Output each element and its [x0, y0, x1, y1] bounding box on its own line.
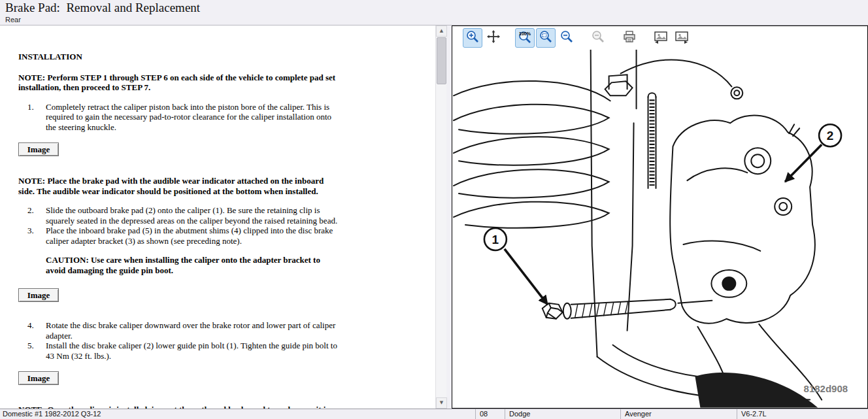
step-list: 1. Completely retract the caliper piston… [18, 102, 340, 133]
procedure-content: INSTALLATION NOTE: Perform STEP 1 throug… [0, 25, 435, 409]
step-text: Slide the outboard brake pad (2) onto th… [42, 205, 340, 226]
page-title: Brake Pad: Removal and Replacement [5, 1, 868, 15]
zoom-fit-button[interactable] [536, 28, 556, 48]
zoom-100-label: 100% [519, 31, 531, 36]
status-make: Dodge [505, 409, 621, 419]
pan-button[interactable] [484, 28, 503, 48]
caution-paragraph: CAUTION: Use care when installing the ca… [46, 255, 340, 275]
zoom-100-button[interactable]: 100% [515, 28, 535, 48]
note-paragraph: NOTE: Place the brake pad with the audib… [18, 176, 340, 196]
main-area: INSTALLATION NOTE: Perform STEP 1 throug… [0, 25, 868, 409]
panel-divider [446, 25, 452, 409]
step-list: 2. Slide the outboard brake pad (2) onto… [18, 205, 340, 246]
callout-1: 1 [484, 228, 548, 305]
list-item: 5. Install the disc brake caliper (2) lo… [18, 341, 340, 361]
vertical-scrollbar[interactable]: ▲ ▼ [435, 25, 446, 409]
status-engine: V6-2.7L [737, 409, 868, 419]
status-bar: Domestic #1 1982-2012 Q3-12 08 Dodge Ave… [0, 409, 868, 419]
zoom-out-button[interactable] [557, 28, 576, 48]
diagram-toolbar: 100% [452, 26, 867, 50]
status-year: 08 [476, 409, 505, 419]
page-subtitle: Rear [5, 16, 868, 24]
list-item: 1. Completely retract the caliper piston… [18, 102, 340, 133]
diagram-panel: 100% [452, 25, 868, 409]
zoom-disabled-button[interactable] [588, 28, 608, 48]
procedure-panel: INSTALLATION NOTE: Perform STEP 1 throug… [0, 25, 446, 409]
brake-caliper-diagram: 1 2 8182d908 [452, 50, 867, 408]
previous-image-icon [653, 29, 669, 46]
list-item: 2. Slide the outboard brake pad (2) onto… [18, 205, 340, 226]
scroll-down-icon[interactable]: ▼ [436, 397, 447, 409]
step-text: Completely retract the caliper piston ba… [42, 102, 340, 133]
image-button[interactable]: Image [18, 288, 59, 302]
print-icon [622, 29, 637, 46]
step-text: Install the disc brake caliper (2) lower… [42, 341, 340, 361]
step-text: Place the inboard brake pad (5) in the a… [42, 226, 340, 246]
image-button[interactable]: Image [18, 142, 59, 156]
status-database: Domestic #1 1982-2012 Q3-12 [0, 409, 476, 419]
zoom-100-icon: 100% [517, 29, 533, 46]
step-number: 5. [27, 341, 42, 361]
list-item: 3. Place the inboard brake pad (5) in th… [18, 226, 340, 246]
callout-2: 2 [785, 124, 841, 182]
diagram-viewport[interactable]: 1 2 8182d908 [452, 50, 867, 408]
step-number: 4. [27, 320, 42, 341]
image-button[interactable]: Image [18, 371, 59, 385]
step-number: 1. [27, 102, 42, 133]
section-title: INSTALLATION [18, 52, 340, 62]
scrollbar-thumb[interactable] [437, 37, 446, 84]
status-model: Avenger [621, 409, 737, 419]
zoom-fit-icon [539, 29, 553, 46]
next-image-icon [674, 29, 690, 46]
next-image-button[interactable] [672, 28, 692, 48]
list-item: 4. Rotate the disc brake caliper downwar… [18, 320, 340, 341]
step-list: 4. Rotate the disc brake caliper downwar… [18, 320, 340, 361]
zoom-out-icon [559, 29, 574, 46]
zoom-in-icon [465, 29, 480, 46]
zoom-disabled-icon [591, 29, 605, 46]
step-number: 3. [27, 226, 42, 246]
callout-1-label: 1 [492, 233, 499, 246]
print-button[interactable] [620, 28, 639, 48]
zoom-in-button[interactable] [463, 28, 482, 48]
scroll-up-icon[interactable]: ▲ [436, 25, 447, 37]
step-number: 2. [27, 205, 42, 226]
previous-image-button[interactable] [651, 28, 671, 48]
page-header: Brake Pad: Removal and Replacement Rear [0, 0, 868, 25]
note-paragraph: NOTE: Perform STEP 1 through STEP 6 on e… [18, 73, 340, 93]
pan-icon [486, 29, 501, 46]
figure-id: 8182d908 [804, 383, 848, 394]
callout-2-label: 2 [827, 129, 834, 142]
step-text: Rotate the disc brake caliper downward o… [42, 320, 340, 341]
